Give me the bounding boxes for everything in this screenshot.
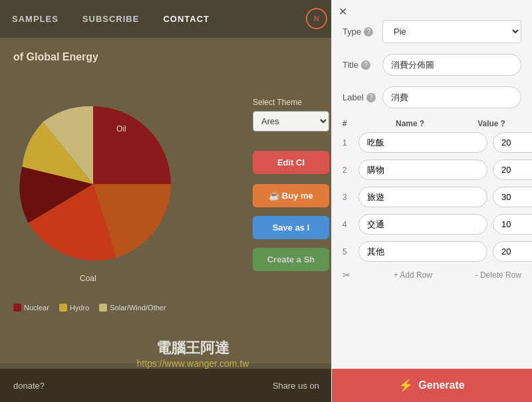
col-value-help-icon[interactable]: ? [501, 119, 505, 128]
nav-item-subscribe[interactable]: SUBSCRIBE [77, 11, 145, 27]
row-5-name-input[interactable] [358, 241, 487, 262]
legend-nuclear: Nuclear [13, 304, 49, 312]
title-help-icon[interactable]: ? [361, 60, 370, 70]
save-as-button[interactable]: Save as I [253, 216, 329, 239]
row-5-num: 5 [342, 247, 358, 256]
delete-row-button[interactable]: - Delete Row [475, 270, 521, 280]
generate-button[interactable]: ⚡ Generate [331, 369, 532, 402]
watermark-line2: https://www.wanger.com.tw [120, 358, 266, 369]
label-input[interactable] [382, 86, 521, 108]
legend-nuclear-dot [13, 304, 21, 312]
table-footer: ✂ + Add Row - Delete Row [342, 270, 521, 280]
row-4-value-input[interactable] [493, 214, 532, 235]
legend-hydro: Hydro [59, 304, 89, 312]
col-num-header: # [342, 119, 358, 128]
create-share-button[interactable]: Create a Sh [253, 248, 329, 271]
theme-area: Select Theme Ares Apollo Zeus [253, 98, 329, 132]
bottom-right-text: Share us on [273, 381, 319, 391]
bottom-bar: donate? Share us on [0, 369, 332, 402]
table-header: # Name ? Value ? [342, 119, 521, 128]
table-row: 5 [342, 241, 521, 262]
row-4-name-input[interactable] [358, 214, 487, 235]
pie-label-coal: Coal [80, 274, 96, 283]
edit-ci-button[interactable]: Edit CI [253, 151, 329, 174]
panel-body: Type ? Pie Bar Line Doughnut Title ? Lab… [332, 0, 532, 296]
label-help-icon[interactable]: ? [366, 93, 376, 102]
legend-hydro-dot [59, 304, 67, 312]
label-field-label: Label ? [342, 92, 382, 102]
buy-me-button[interactable]: ☕ Buy me [253, 184, 329, 207]
row-2-name-input[interactable] [358, 159, 487, 180]
nav-item-contact[interactable]: CONTACT [158, 11, 215, 27]
chart-legend: Nuclear Hydro Solar/Wind/Other [13, 304, 166, 312]
add-row-button[interactable]: + Add Row [394, 270, 432, 280]
generate-label: Generate [418, 379, 464, 391]
navbar: SAMPLES SUBSCRIBE CONTACT [0, 0, 332, 38]
panel-close-button[interactable]: ✕ [338, 5, 347, 18]
chart-area: of Global Energy Oil Coal Nuclear Hydro [0, 38, 332, 363]
type-help-icon[interactable]: ? [364, 27, 373, 37]
watermark-line1: 電腦王阿達 [120, 338, 266, 358]
legend-nuclear-label: Nuclear [24, 304, 49, 312]
pie-chart [7, 98, 193, 284]
row-3-num: 3 [342, 193, 358, 202]
col-name-header: Name ? [358, 119, 462, 128]
row-1-value-input[interactable] [493, 132, 532, 153]
theme-select[interactable]: Ares Apollo Zeus [253, 111, 329, 132]
title-field-row: Title ? [342, 54, 521, 76]
title-label: Title ? [342, 60, 382, 70]
col-value-header: Value ? [462, 119, 521, 128]
label-field-row: Label ? [342, 86, 521, 108]
nav-button[interactable]: N [306, 8, 327, 29]
legend-solar-label: Solar/Wind/Other [110, 304, 166, 312]
row-1-num: 1 [342, 138, 358, 148]
legend-solar: Solar/Wind/Other [99, 304, 166, 312]
scissors-icon: ✂ [342, 270, 350, 280]
type-select[interactable]: Pie Bar Line Doughnut [382, 20, 521, 43]
nav-item-samples[interactable]: SAMPLES [7, 11, 64, 27]
row-4-num: 4 [342, 220, 358, 229]
type-field-row: Type ? Pie Bar Line Doughnut [342, 20, 521, 43]
row-2-value-input[interactable] [493, 159, 532, 180]
table-row: 3 [342, 187, 521, 207]
table-row: 2 [342, 159, 521, 180]
bottom-left-text: donate? [13, 381, 45, 391]
row-5-value-input[interactable] [493, 241, 532, 262]
pie-label-oil: Oil [116, 124, 126, 134]
generate-icon: ⚡ [398, 378, 413, 393]
row-3-value-input[interactable] [493, 187, 532, 207]
row-1-name-input[interactable] [358, 132, 487, 153]
table-row: 4 [342, 214, 521, 235]
type-label: Type ? [342, 27, 382, 37]
watermark: 電腦王阿達 https://www.wanger.com.tw [120, 338, 266, 369]
title-input[interactable] [382, 54, 521, 76]
legend-solar-dot [99, 304, 107, 312]
data-table: # Name ? Value ? 1 2 [342, 119, 521, 262]
row-2-num: 2 [342, 165, 358, 175]
theme-section-label: Select Theme [253, 98, 329, 107]
row-3-name-input[interactable] [358, 187, 487, 207]
table-row: 1 [342, 132, 521, 153]
chart-title: of Global Energy [0, 38, 332, 70]
legend-hydro-label: Hydro [70, 304, 89, 312]
right-panel: ✕ Type ? Pie Bar Line Doughnut Title ? [331, 0, 532, 402]
col-name-help-icon[interactable]: ? [420, 119, 424, 128]
